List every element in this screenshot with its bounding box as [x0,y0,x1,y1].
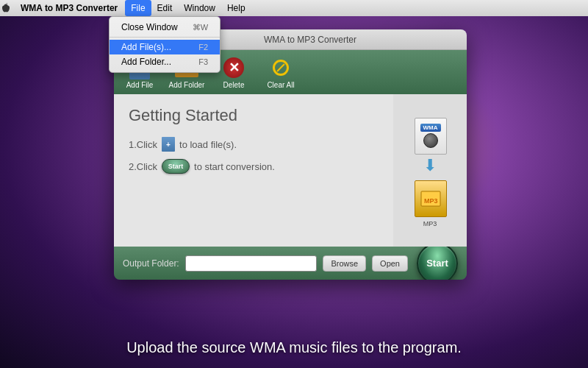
menubar: WMA to MP3 Converter File Edit Window He… [0,0,588,16]
content-area: Getting Started 1.Click + to load file(s… [114,94,467,247]
start-button[interactable]: Start [417,243,458,280]
menu-item-close-window[interactable]: Close Window ⌘W [110,20,220,35]
delete-icon: ✕ [222,56,245,79]
add-file-small-icon: + [162,137,175,152]
output-folder-input[interactable] [185,255,318,272]
svg-text:MP3: MP3 [424,197,438,205]
open-button[interactable]: Open [372,255,408,272]
mp3-label: MP3 [423,220,437,227]
wma-file-icon: WMA [410,114,451,155]
app-name: WMA to MP3 Converter [13,3,125,13]
menu-item-add-folder[interactable]: Add Folder... F3 [110,54,220,69]
step-1: 1.Click + to load file(s). [129,137,379,152]
start-small-icon: Start [162,159,190,174]
output-folder-label: Output Folder: [123,258,179,269]
menu-item-add-files[interactable]: Add File(s)... F2 [110,40,220,54]
menu-file[interactable]: File [125,0,151,16]
svg-point-0 [7,3,7,4]
browse-button[interactable]: Browse [323,255,366,272]
menu-help[interactable]: Help [221,0,251,16]
conversion-visual: WMA ⬇ MP3 MP3 [393,94,467,247]
step-2: 2.Click Start to start conversion. [129,159,379,174]
clear-all-button[interactable]: Clear All [262,56,299,89]
wma-badge: WMA [420,124,441,132]
caption: Upload the source WMA music files to the… [0,339,588,356]
menu-edit[interactable]: Edit [151,0,179,16]
menu-window[interactable]: Window [178,0,221,16]
file-dropdown: Close Window ⌘W Add File(s)... F2 Add Fo… [109,16,220,73]
clear-all-icon [269,56,293,79]
bottom-bar: Output Folder: Browse Open Start [114,247,467,280]
delete-button[interactable]: ✕ Delete [215,56,252,89]
wma-cd-icon [423,133,438,148]
conversion-arrow: ⬇ [423,158,437,174]
menu-separator [110,37,220,38]
getting-started-panel: Getting Started 1.Click + to load file(s… [114,94,393,247]
getting-started-title: Getting Started [129,106,379,125]
apple-logo [0,2,12,14]
mp3-badge: MP3 [420,187,442,210]
mp3-file-icon: MP3 [410,177,451,217]
